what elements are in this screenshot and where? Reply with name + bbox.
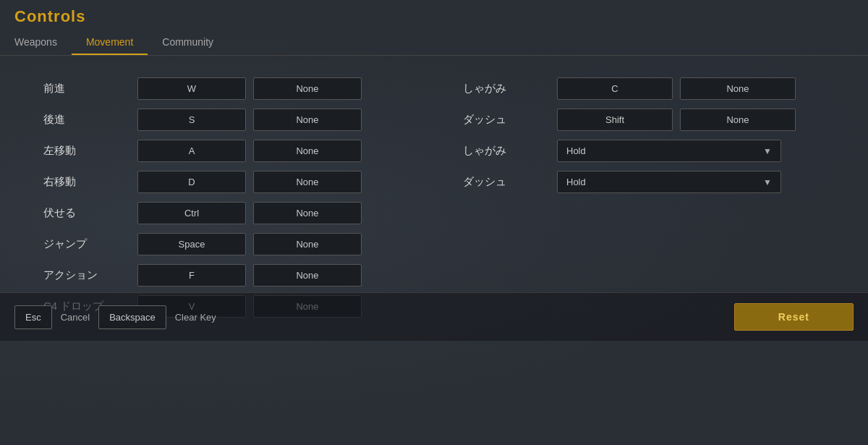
key-jump-primary[interactable]: Space: [137, 233, 246, 255]
binding-row-backward: 後進 S None: [43, 109, 405, 131]
cancel-label[interactable]: Cancel: [61, 312, 90, 323]
key-move-left-primary[interactable]: A: [137, 140, 246, 162]
left-column: 前進 W None 後進 S None 左移動 A None 右移動 D Non…: [43, 77, 405, 326]
dropdown-dash-mode-value: Hold: [566, 177, 586, 187]
label-crouch: しゃがみ: [463, 82, 550, 96]
label-prone: 伏せる: [43, 206, 130, 220]
clear-key-label: Clear Key: [175, 312, 216, 323]
header: Controls Weapons Movement Community: [0, 0, 868, 56]
key-move-left-secondary[interactable]: None: [253, 140, 362, 162]
binding-row-move-left: 左移動 A None: [43, 140, 405, 162]
page-title: Controls: [14, 7, 854, 26]
esc-button[interactable]: Esc: [14, 305, 52, 329]
key-move-right-secondary[interactable]: None: [253, 171, 362, 193]
key-prone-primary[interactable]: Ctrl: [137, 202, 246, 224]
key-dash-secondary[interactable]: None: [680, 109, 796, 131]
key-action-secondary[interactable]: None: [253, 264, 362, 287]
label-action: アクション: [43, 268, 130, 282]
label-backward: 後進: [43, 113, 130, 127]
footer-left: Esc Cancel Backspace Clear Key: [14, 305, 216, 329]
tab-weapons[interactable]: Weapons: [14, 30, 72, 55]
key-move-right-primary[interactable]: D: [137, 171, 246, 193]
key-backward-primary[interactable]: S: [137, 109, 246, 131]
tab-movement[interactable]: Movement: [72, 30, 148, 55]
right-column: しゃがみ C None ダッシュ Shift None しゃがみ Hold ▼ …: [463, 77, 825, 326]
controls-page: Controls Weapons Movement Community 前進 W…: [0, 0, 868, 341]
dropdown-dash-mode[interactable]: Hold ▼: [557, 171, 781, 193]
binding-row-dash: ダッシュ Shift None: [463, 109, 825, 131]
chevron-down-icon-2: ▼: [763, 177, 772, 187]
key-forward-secondary[interactable]: None: [253, 77, 362, 100]
binding-row-move-right: 右移動 D None: [43, 171, 405, 193]
label-forward: 前進: [43, 82, 130, 96]
key-dash-primary[interactable]: Shift: [557, 109, 673, 131]
tab-community[interactable]: Community: [148, 30, 228, 55]
key-crouch-primary[interactable]: C: [557, 77, 673, 100]
label-move-left: 左移動: [43, 144, 130, 158]
key-action-primary[interactable]: F: [137, 264, 246, 287]
key-prone-secondary[interactable]: None: [253, 202, 362, 224]
label-dash-mode: ダッシュ: [463, 175, 550, 189]
tab-bar: Weapons Movement Community: [14, 30, 854, 55]
backspace-button[interactable]: Backspace: [98, 305, 166, 329]
binding-row-jump: ジャンプ Space None: [43, 233, 405, 255]
reset-button[interactable]: Reset: [734, 303, 854, 331]
dropdown-crouch-mode-value: Hold: [566, 145, 586, 156]
key-jump-secondary[interactable]: None: [253, 233, 362, 255]
binding-row-prone: 伏せる Ctrl None: [43, 202, 405, 224]
label-move-right: 右移動: [43, 175, 130, 189]
footer: Esc Cancel Backspace Clear Key Reset: [0, 292, 868, 341]
key-forward-primary[interactable]: W: [137, 77, 246, 100]
chevron-down-icon: ▼: [763, 146, 772, 156]
binding-row-crouch: しゃがみ C None: [463, 77, 825, 100]
binding-row-crouch-mode: しゃがみ Hold ▼: [463, 140, 825, 162]
binding-row-dash-mode: ダッシュ Hold ▼: [463, 171, 825, 193]
dropdown-crouch-mode[interactable]: Hold ▼: [557, 140, 781, 162]
binding-row-forward: 前進 W None: [43, 77, 405, 100]
label-jump: ジャンプ: [43, 237, 130, 251]
key-backward-secondary[interactable]: None: [253, 109, 362, 131]
key-crouch-secondary[interactable]: None: [680, 77, 796, 100]
binding-row-action: アクション F None: [43, 264, 405, 287]
label-dash: ダッシュ: [463, 113, 550, 127]
label-crouch-mode: しゃがみ: [463, 144, 550, 158]
